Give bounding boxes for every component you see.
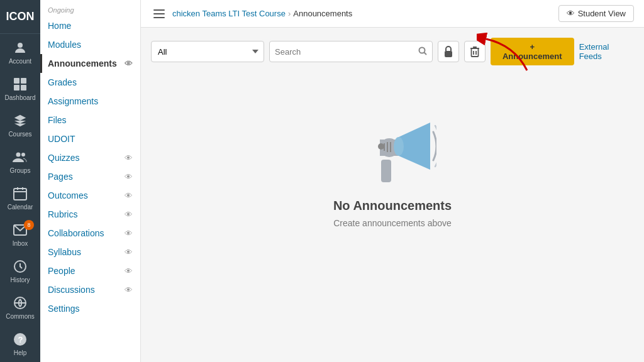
nav-item-courses[interactable]: Courses	[0, 107, 40, 143]
svg-point-32	[378, 143, 384, 150]
student-view-icon: 👁	[567, 9, 575, 18]
breadcrumb-course-link[interactable]: chicken Teams LTI Test Course	[172, 9, 286, 18]
student-view-button[interactable]: 👁 Student View	[558, 5, 634, 22]
sidebar-item-grades[interactable]: Grades	[40, 73, 140, 92]
help-icon: ?	[11, 331, 29, 348]
svg-point-5	[16, 153, 21, 157]
hamburger-button[interactable]	[151, 7, 167, 21]
filter-select[interactable]: All Unread	[151, 41, 264, 62]
nav-item-calendar[interactable]: Calendar	[0, 180, 40, 216]
nav-item-commons[interactable]: Commons	[0, 289, 40, 326]
people-visibility-icon[interactable]: 👁	[125, 266, 133, 276]
nav-item-dashboard[interactable]: Dashboard	[0, 70, 40, 107]
main-content: chicken Teams LTI Test Course › Announce…	[141, 0, 644, 362]
top-bar: chicken Teams LTI Test Course › Announce…	[141, 0, 644, 28]
pages-visibility-icon[interactable]: 👁	[125, 172, 133, 182]
sidebar-item-pages[interactable]: Pages 👁	[40, 167, 140, 186]
svg-rect-2	[21, 78, 26, 84]
svg-point-28	[394, 137, 404, 156]
nav-commons-label: Commons	[6, 313, 35, 321]
dashboard-icon	[11, 75, 29, 93]
nav-calendar-label: Calendar	[8, 204, 33, 211]
sidebar-item-quizzes[interactable]: Quizzes 👁	[40, 148, 140, 167]
svg-point-18	[419, 47, 425, 53]
sidebar-item-collaborations[interactable]: Collaborations 👁	[40, 224, 140, 243]
lock-button[interactable]	[438, 41, 459, 62]
inbox-badge: 8	[24, 220, 34, 230]
course-sidebar: Ongoing Home Modules Announcements 👁 Gra…	[40, 0, 141, 362]
sidebar-item-rubrics[interactable]: Rubrics 👁	[40, 205, 140, 224]
breadcrumb-separator: ›	[288, 9, 291, 18]
empty-state-subtitle: Create announcements above	[333, 218, 452, 228]
course-nav-section-label: Ongoing	[40, 0, 140, 16]
svg-rect-17	[153, 17, 165, 18]
quizzes-visibility-icon[interactable]: 👁	[125, 153, 133, 163]
courses-icon	[11, 112, 29, 129]
nav-item-account[interactable]: Account	[0, 34, 40, 70]
outcomes-visibility-icon[interactable]: 👁	[125, 191, 133, 200]
top-bar-left: chicken Teams LTI Test Course › Announce…	[151, 7, 352, 21]
announcements-visibility-icon[interactable]: 👁	[125, 59, 133, 69]
rubrics-visibility-icon[interactable]: 👁	[125, 210, 133, 219]
nav-courses-label: Courses	[8, 131, 31, 138]
discussions-visibility-icon[interactable]: 👁	[125, 285, 133, 295]
sidebar-item-assignments[interactable]: Assignments	[40, 92, 140, 111]
empty-state-title: No Announcements	[333, 199, 452, 213]
calendar-icon	[11, 185, 29, 202]
external-feeds-link[interactable]: External Feeds	[579, 42, 634, 61]
megaphone-illustration	[348, 113, 436, 189]
nav-help-label: Help	[14, 349, 27, 357]
toolbar-right: External Feeds	[579, 42, 634, 61]
sidebar-item-files[interactable]: Files	[40, 111, 140, 129]
svg-rect-4	[21, 85, 26, 90]
history-icon	[11, 258, 29, 275]
trash-button[interactable]	[464, 41, 486, 62]
sidebar-item-announcements[interactable]: Announcements 👁	[40, 54, 140, 73]
nav-inbox-label: Inbox	[13, 240, 28, 248]
app-logo: ICON	[0, 0, 40, 34]
nav-item-inbox[interactable]: Inbox 8	[0, 216, 40, 253]
account-icon	[11, 39, 29, 57]
nav-groups-label: Groups	[10, 167, 31, 175]
svg-rect-7	[14, 189, 26, 200]
sidebar-item-discussions[interactable]: Discussions 👁	[40, 280, 140, 299]
nav-item-history[interactable]: History	[0, 253, 40, 289]
nav-dashboard-label: Dashboard	[5, 94, 36, 102]
svg-rect-21	[471, 48, 478, 57]
sidebar-item-settings[interactable]: Settings	[40, 299, 140, 318]
collaborations-visibility-icon[interactable]: 👁	[125, 229, 133, 238]
svg-point-0	[18, 43, 23, 48]
sidebar-item-people[interactable]: People 👁	[40, 261, 140, 280]
announcements-toolbar: All Unread + Announce	[151, 38, 634, 65]
sidebar-item-syllabus[interactable]: Syllabus 👁	[40, 243, 140, 261]
empty-state: No Announcements Create announcements ab…	[151, 75, 634, 266]
breadcrumb: chicken Teams LTI Test Course › Announce…	[172, 9, 352, 18]
sidebar-item-home[interactable]: Home	[40, 16, 140, 35]
commons-icon	[11, 294, 29, 312]
sidebar-item-outcomes[interactable]: Outcomes 👁	[40, 186, 140, 205]
sidebar-item-modules[interactable]: Modules	[40, 35, 140, 54]
syllabus-visibility-icon[interactable]: 👁	[125, 248, 133, 257]
nav-account-label: Account	[9, 58, 31, 65]
search-input[interactable]	[275, 47, 418, 57]
svg-rect-20	[445, 51, 452, 57]
svg-rect-1	[14, 78, 19, 84]
nav-item-help[interactable]: ? Help	[0, 326, 40, 362]
svg-rect-3	[14, 85, 19, 90]
sidebar-item-udoit[interactable]: UDOIT	[40, 129, 140, 148]
groups-icon	[11, 148, 29, 166]
svg-rect-16	[153, 13, 165, 14]
svg-rect-25	[381, 160, 391, 182]
nav-history-label: History	[10, 277, 30, 284]
breadcrumb-current: Announcements	[293, 9, 352, 18]
global-nav: ICON Account Dashboard Courses Groups Ca…	[0, 0, 40, 362]
svg-line-19	[425, 52, 427, 55]
svg-text:?: ?	[18, 335, 23, 344]
page-content: All Unread + Announce	[141, 28, 644, 362]
svg-point-6	[21, 153, 25, 156]
svg-rect-15	[153, 9, 165, 11]
search-box	[269, 41, 433, 62]
nav-item-groups[interactable]: Groups	[0, 143, 40, 180]
search-icon	[418, 47, 427, 57]
add-announcement-button[interactable]: + Announcement	[491, 38, 574, 65]
